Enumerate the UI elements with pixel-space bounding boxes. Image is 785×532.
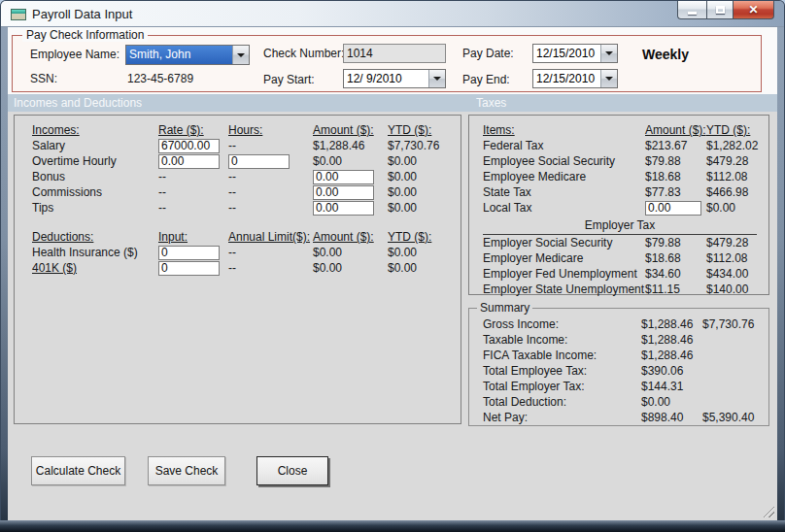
table-row: Total Deduction:$0.00 xyxy=(483,394,768,410)
table-cell: Salary xyxy=(32,139,158,152)
maximize-button[interactable] xyxy=(706,1,734,19)
save-check-button[interactable]: Save Check xyxy=(148,456,225,485)
table-row: Employee Medicare$18.68$112.08 xyxy=(483,169,768,184)
table-cell: -- xyxy=(158,185,228,199)
column-header: Rate ($): xyxy=(158,123,228,137)
table-row: State Tax$77.83$466.98 xyxy=(483,184,768,200)
title-bar[interactable]: Payroll Data Input ✕ xyxy=(1,1,784,27)
close-button[interactable]: Close xyxy=(256,456,328,485)
table-cell: $1,288.46 xyxy=(313,139,388,152)
column-header: Amount ($): xyxy=(313,230,388,244)
table-cell: $434.00 xyxy=(706,267,768,281)
table-cell: $213.67 xyxy=(645,139,706,152)
table-cell: Tips xyxy=(32,201,158,215)
table-cell: $0.00 xyxy=(641,395,702,409)
ssn-value: 123-45-6789 xyxy=(127,72,193,85)
table-cell: Health Insurance ($) xyxy=(32,246,158,259)
summary-group-label: Summary xyxy=(477,301,532,315)
link-label[interactable]: 401K ($) xyxy=(32,261,158,275)
summary-groupbox: Summary Gross Income:$1,288.46$7,730.76T… xyxy=(468,308,769,426)
table-cell: -- xyxy=(228,185,313,199)
pay-date-dropdown-button[interactable] xyxy=(600,45,617,62)
pay-start-label: Pay Start: xyxy=(263,73,315,86)
table-cell: $1,288.46 xyxy=(641,349,702,362)
table-row: Bonus----$0.00 xyxy=(32,169,461,184)
table-cell: $466.98 xyxy=(706,185,768,199)
table-cell: -- xyxy=(228,261,313,275)
table-row: 401K ($)--$0.00$0.00 xyxy=(32,260,461,276)
column-header: YTD ($): xyxy=(388,123,461,137)
table-cell: $7,730.76 xyxy=(388,139,461,152)
table-row: Employer Medicare$18.68$112.08 xyxy=(483,250,768,266)
incomes-table: Incomes:Rate ($):Hours:Amount ($):YTD ($… xyxy=(32,122,461,216)
pay-date-datepicker[interactable]: 12/15/2010 xyxy=(532,44,618,63)
pay-end-dropdown-button[interactable] xyxy=(600,70,617,87)
column-header: Amount ($): xyxy=(645,123,706,137)
employer-tax-title: Employer Tax xyxy=(483,218,757,235)
employer-tax-section: Employer Tax Employer Social Security$79… xyxy=(483,218,768,297)
close-window-button[interactable]: ✕ xyxy=(734,1,774,19)
deductions-table: Deductions:Input:Annual Limit($):Amount … xyxy=(32,229,461,276)
column-header: YTD ($): xyxy=(706,123,768,137)
cell-input[interactable] xyxy=(158,261,220,276)
app-icon xyxy=(11,9,26,20)
table-cell: Commissions xyxy=(32,185,158,199)
cell-input[interactable] xyxy=(158,154,220,169)
table-cell: $18.68 xyxy=(645,170,706,183)
table-cell: $479.28 xyxy=(706,236,768,249)
check-number-input[interactable] xyxy=(343,44,446,63)
column-header: Annual Limit($): xyxy=(228,230,313,244)
employee-name-dropdown-button[interactable] xyxy=(232,46,249,64)
minimize-button[interactable] xyxy=(677,1,706,19)
pay-end-datepicker[interactable]: 12/15/2010 xyxy=(532,69,618,88)
pay-start-datepicker[interactable]: 12/ 9/2010 xyxy=(343,69,446,88)
table-cell: $144.31 xyxy=(641,380,702,393)
resize-grip[interactable] xyxy=(762,505,774,517)
table-row: Gross Income:$1,288.46$7,730.76 xyxy=(483,316,768,332)
calculate-check-button[interactable]: Calculate Check xyxy=(31,456,125,485)
pay-end-label: Pay End: xyxy=(462,73,510,86)
employer-tax-table: Employer Social Security$79.88$479.28Emp… xyxy=(483,235,768,297)
table-row: FICA Taxable Income:$1,288.46 xyxy=(483,348,768,363)
taxes-section-header: Taxes xyxy=(476,96,506,110)
table-cell: Overtime Hourly xyxy=(32,154,158,168)
table-cell: $390.06 xyxy=(641,364,702,378)
table-cell: $11.15 xyxy=(645,283,706,296)
table-row: Federal Tax$213.67$1,282.02 xyxy=(483,138,768,153)
client-area: Pay Check Information Employee Name: Smi… xyxy=(8,27,777,520)
table-cell: Employer Medicare xyxy=(483,251,645,265)
cell-input[interactable] xyxy=(313,185,374,200)
table-cell: Total Employee Tax: xyxy=(483,364,641,378)
table-cell: Taxable Income: xyxy=(483,333,641,347)
table-cell: $0.00 xyxy=(313,246,388,259)
chevron-down-icon xyxy=(605,77,613,81)
pay-start-dropdown-button[interactable] xyxy=(428,70,445,87)
chevron-down-icon xyxy=(605,51,613,55)
employee-name-combobox[interactable]: Smith, John xyxy=(125,45,250,65)
incomes-section-header: Incomes and Deductions xyxy=(14,96,142,110)
table-cell: $0.00 xyxy=(388,261,461,275)
table-cell: Gross Income: xyxy=(483,317,641,331)
maximize-icon xyxy=(716,6,725,14)
cell-input[interactable] xyxy=(158,246,220,260)
table-cell: $0.00 xyxy=(388,246,461,259)
cell-input[interactable] xyxy=(313,201,374,216)
table-row: Tips----$0.00 xyxy=(32,200,461,216)
cell-input[interactable] xyxy=(645,201,701,216)
close-icon: ✕ xyxy=(748,3,758,17)
cell-input[interactable] xyxy=(158,139,220,153)
table-cell: Employer Social Security xyxy=(483,236,645,249)
summary-table: Gross Income:$1,288.46$7,730.76Taxable I… xyxy=(483,316,768,425)
employee-name-label: Employee Name: xyxy=(30,48,119,61)
cell-input[interactable] xyxy=(313,170,374,184)
table-row: Employer Social Security$79.88$479.28 xyxy=(483,235,768,250)
table-cell: $112.08 xyxy=(706,251,768,265)
cell-input[interactable] xyxy=(228,154,290,169)
pay-date-label: Pay Date: xyxy=(462,47,514,60)
chevron-down-icon xyxy=(433,77,441,81)
table-row: Employer State Unemployment$11.15$140.00 xyxy=(483,282,768,297)
employee-name-value: Smith, John xyxy=(126,46,232,64)
table-cell: $0.00 xyxy=(313,261,388,275)
table-cell: FICA Taxable Income: xyxy=(483,349,641,362)
table-cell: -- xyxy=(158,170,228,183)
